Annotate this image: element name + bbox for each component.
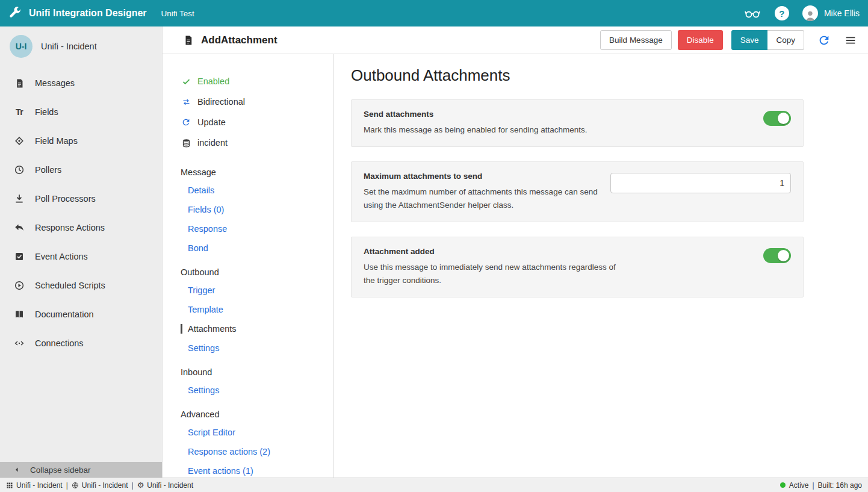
text-fields-icon: Tr: [13, 107, 25, 117]
status-enabled[interactable]: Enabled: [181, 71, 327, 92]
menu-icon[interactable]: [844, 34, 857, 47]
nav-link-inbound-settings[interactable]: Settings: [181, 385, 327, 395]
nav-link-bond[interactable]: Bond: [181, 243, 327, 253]
grid-icon: [6, 482, 13, 489]
sidebar-item-label: Poll Processors: [35, 194, 96, 204]
message-doc-icon: [183, 34, 194, 46]
user-avatar[interactable]: [802, 5, 818, 21]
top-bar: Unifi Integration Designer Unifi Test ? …: [0, 0, 868, 26]
send-attachments-toggle[interactable]: [763, 111, 791, 126]
checkbox-icon: [13, 251, 25, 262]
card-title: Send attachments: [364, 110, 587, 119]
status-bidirectional[interactable]: Bidirectional: [181, 92, 327, 112]
sidebar-item-label: Pollers: [35, 165, 61, 175]
card-description: Mark this message as being enabled for s…: [364, 123, 587, 137]
nav-link-script-editor[interactable]: Script Editor: [181, 428, 327, 437]
integration-header[interactable]: U-I Unifi - Incident: [0, 26, 162, 69]
statusbar-item-settings[interactable]: ⚙ Unifi - Incident: [137, 481, 193, 490]
integration-avatar: U-I: [10, 35, 33, 58]
user-name[interactable]: Mike Ellis: [824, 8, 860, 18]
sidebar-item-label: Event Actions: [35, 252, 88, 261]
card-max-attachments: Maximum attachments to send Set the maxi…: [351, 161, 804, 222]
environment-name: Unifi Test: [161, 9, 194, 18]
sidebar-item-poll-processors[interactable]: Poll Processors: [0, 184, 162, 213]
nav-link-trigger[interactable]: Trigger: [181, 285, 327, 295]
active-status-label: Active: [789, 481, 809, 490]
sidebar-item-connections[interactable]: Connections: [0, 329, 162, 358]
nav-link-template[interactable]: Template: [181, 305, 327, 314]
sidebar-item-field-maps[interactable]: Field Maps: [0, 126, 162, 155]
database-icon: [181, 138, 191, 148]
check-icon: [181, 77, 191, 86]
disable-button[interactable]: Disable: [678, 30, 723, 50]
card-title: Attachment added: [364, 247, 622, 256]
sidebar-item-label: Documentation: [35, 310, 94, 319]
sidebar-nav: Messages Tr Fields Field Maps Pollers: [0, 69, 162, 462]
sidebar-item-event-actions[interactable]: Event Actions: [0, 242, 162, 271]
glasses-icon[interactable]: [743, 6, 761, 20]
connection-icon: [13, 338, 25, 349]
save-button[interactable]: Save: [731, 30, 768, 50]
sidebar-item-fields[interactable]: Tr Fields: [0, 98, 162, 126]
refresh-icon[interactable]: [817, 34, 831, 47]
nav-link-fields[interactable]: Fields (0): [181, 205, 327, 214]
status-update[interactable]: Update: [181, 112, 327, 132]
diamond-icon: [13, 135, 25, 146]
sidebar-item-label: Messages: [35, 78, 75, 88]
status-table-incident[interactable]: incident: [181, 132, 327, 153]
nav-link-outbound-settings[interactable]: Settings: [181, 343, 327, 353]
section-title-message: Message: [181, 167, 327, 177]
statusbar-item-web[interactable]: Unifi - Incident: [72, 481, 128, 490]
status-bar: Unifi - Incident | Unifi - Incident | ⚙ …: [0, 478, 868, 492]
card-send-attachments: Send attachments Mark this message as be…: [351, 99, 804, 147]
content-title: Outbound Attachments: [351, 66, 851, 85]
bidirectional-icon: [181, 98, 191, 107]
sidebar-item-pollers[interactable]: Pollers: [0, 155, 162, 184]
sidebar-item-label: Connections: [35, 338, 84, 348]
book-icon: [13, 309, 25, 320]
help-icon[interactable]: ?: [775, 6, 789, 20]
statusbar-item-apps[interactable]: Unifi - Incident: [6, 481, 63, 490]
nav-link-details[interactable]: Details: [181, 185, 327, 195]
sidebar-item-label: Fields: [35, 107, 58, 117]
sidebar-item-documentation[interactable]: Documentation: [0, 300, 162, 329]
gear-icon: ⚙: [137, 481, 144, 489]
collapse-label: Collapse sidebar: [30, 466, 91, 475]
sidebar-item-response-actions[interactable]: Response Actions: [0, 213, 162, 242]
collapse-sidebar-button[interactable]: Collapse sidebar: [0, 462, 162, 478]
nav-link-attachments-active[interactable]: Attachments: [181, 324, 327, 334]
nav-link-response[interactable]: Response: [181, 224, 327, 234]
nav-link-response-actions[interactable]: Response actions (2): [181, 447, 327, 456]
card-description: Set the maximum number of attachments th…: [364, 185, 610, 212]
globe-icon: [72, 482, 79, 489]
history-icon: [13, 164, 25, 175]
content-panel: Outbound Attachments Send attachments Ma…: [334, 54, 868, 478]
sidebar-item-label: Scheduled Scripts: [35, 281, 105, 290]
download-icon: [13, 193, 25, 204]
card-description: Use this message to immediately send new…: [364, 261, 622, 287]
card-title: Maximum attachments to send: [364, 172, 610, 181]
message-nav: Enabled Bidirectional Update: [163, 54, 334, 478]
sidebar-item-label: Field Maps: [35, 136, 78, 146]
attachment-added-toggle[interactable]: [763, 248, 791, 263]
section-title-outbound: Outbound: [181, 267, 327, 277]
sidebar: U-I Unifi - Incident Messages Tr Fields …: [0, 26, 163, 478]
built-label: Built: 16h ago: [818, 481, 862, 490]
document-icon: [13, 78, 25, 89]
wrench-icon: [8, 7, 22, 20]
page-header: AddAttachment Build Message Disable Save…: [163, 26, 868, 54]
play-circle-icon: [13, 280, 25, 291]
collapse-arrow-icon: [13, 466, 20, 473]
page-title: AddAttachment: [201, 34, 277, 46]
max-attachments-input[interactable]: [610, 173, 791, 193]
sidebar-item-messages[interactable]: Messages: [0, 69, 162, 98]
nav-link-event-actions[interactable]: Event actions (1): [181, 466, 327, 476]
sidebar-item-label: Response Actions: [35, 223, 105, 232]
build-message-button[interactable]: Build Message: [600, 30, 672, 50]
active-status-dot: [780, 482, 786, 488]
section-title-inbound: Inbound: [181, 367, 327, 377]
copy-button[interactable]: Copy: [767, 30, 804, 50]
integration-name: Unifi - Incident: [41, 42, 97, 51]
section-title-advanced: Advanced: [181, 409, 327, 419]
sidebar-item-scheduled-scripts[interactable]: Scheduled Scripts: [0, 271, 162, 300]
